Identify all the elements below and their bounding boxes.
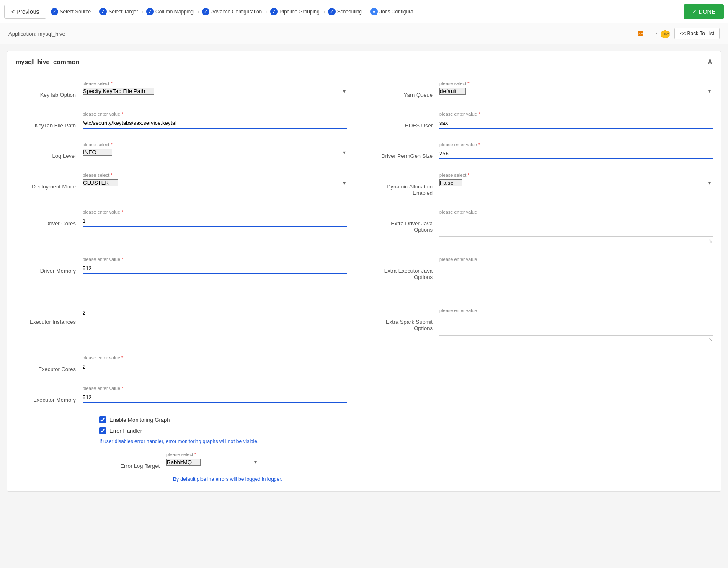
row-execinstances-extraspark: Executor Instances Extra Spark Submit Op… <box>15 308 713 349</box>
label-yarn-queue: Yarn Queue <box>372 81 439 98</box>
field-row-executor-instances: Executor Instances <box>15 308 347 325</box>
left-col-deployment: Deployment Mode please select * CLUSTER … <box>15 173 364 196</box>
content-extra-spark: please enter value ⤡ <box>439 308 713 342</box>
label-extra-spark: Extra Spark Submit Options <box>372 308 439 331</box>
input-executor-memory[interactable] <box>83 392 347 403</box>
checkbox-enable-monitoring[interactable] <box>99 416 106 423</box>
row-execmemory: Executor Memory please enter value * <box>15 386 713 410</box>
input-driver-permgen[interactable] <box>439 149 713 159</box>
wizard-step-pipeline-grouping[interactable]: ✓ Pipeline Grouping <box>270 8 319 15</box>
content-extra-executor-java: please enter value <box>439 257 713 286</box>
input-driver-memory[interactable] <box>83 263 347 274</box>
label-error-log-target: Error Log Target <box>99 452 166 469</box>
step-icon-jobs-config: ● <box>370 8 378 15</box>
content-driver-cores: please enter value * <box>83 209 347 227</box>
select-wrap-keytab-option: Specify KeyTab File Path None ▾ <box>83 88 347 95</box>
app-bar: Application: mysql_hive SQL → HIVE << Ba… <box>0 23 728 44</box>
step-icon-column-mapping: ✓ <box>146 8 154 15</box>
field-row-deployment-mode: Deployment Mode please select * CLUSTER … <box>15 173 347 190</box>
wizard-step-select-target[interactable]: ✓ Select Target <box>99 8 138 15</box>
wizard-step-advance-config[interactable]: ✓ Advance Configuration <box>202 8 262 15</box>
row-keytabpath-hdfs: KeyTab File Path please enter value * HD… <box>15 111 713 135</box>
left-col-execmemory: Executor Memory please enter value * <box>15 386 364 410</box>
textarea-extra-executor-java[interactable] <box>439 263 713 284</box>
left-col-execcores: Executor Cores please enter value * <box>15 355 364 379</box>
input-wrap-driver-cores <box>83 216 347 227</box>
textarea-wrap-extra-spark <box>439 315 713 337</box>
select-wrap-error-log-target: RabbitMQ Logger ▾ <box>166 459 258 466</box>
select-yarn-queue[interactable]: default root <box>439 88 466 95</box>
field-row-log-level: Log Level please select * INFO DEBUG WAR… <box>15 142 347 159</box>
arrow-4: → <box>263 9 268 15</box>
field-row-keytab-path: KeyTab File Path please enter value * <box>15 111 347 129</box>
svg-text:HIVE: HIVE <box>663 33 670 36</box>
hint-log-level: please select * <box>83 142 347 147</box>
input-wrap-executor-cores <box>83 362 347 372</box>
arrow-6: → <box>364 9 369 15</box>
collapse-icon[interactable]: ∧ <box>707 57 713 66</box>
input-hdfs-user[interactable] <box>439 118 713 129</box>
label-executor-memory: Executor Memory <box>15 386 83 403</box>
hint-driver-permgen: please enter value * <box>439 142 713 147</box>
label-driver-permgen: Driver PermGen Size <box>372 142 439 159</box>
row-drivercores-extradriverjava: Driver Cores please enter value * Extra … <box>15 209 713 250</box>
textarea-extra-driver-java[interactable] <box>439 216 713 237</box>
field-row-keytab-option: KeyTab Option please select * Specify Ke… <box>15 81 347 98</box>
label-extra-executor-java: Extra Executor Java Options <box>372 257 439 280</box>
input-wrap-hdfs-user <box>439 118 713 129</box>
row-execcores: Executor Cores please enter value * <box>15 355 713 379</box>
select-wrap-log-level: INFO DEBUG WARN ERROR ▾ <box>83 149 347 156</box>
content-executor-cores: please enter value * <box>83 355 347 372</box>
content-executor-memory: please enter value * <box>83 386 347 403</box>
main-content: mysql_hive_common ∧ KeyTab Option please… <box>0 44 728 505</box>
step-icon-select-source: ✓ <box>51 8 58 15</box>
left-col-keytabpath: KeyTab File Path please enter value * <box>15 111 364 135</box>
app-icons: SQL → HIVE <box>638 29 670 38</box>
checkbox-error-handler[interactable] <box>99 427 106 434</box>
error-log-target-info: By default pipeline errors will be logge… <box>99 476 713 483</box>
checkbox-row-error-handler: Error Handler <box>99 427 713 434</box>
input-executor-cores[interactable] <box>83 362 347 372</box>
section-title: mysql_hive_common <box>15 58 80 65</box>
wizard-step-select-source[interactable]: ✓ Select Source <box>51 8 91 15</box>
chevron-down-icon-loglevel: ▾ <box>343 150 346 155</box>
hint-keytab-path: please enter value * <box>83 111 347 116</box>
select-deployment-mode[interactable]: CLUSTER CLIENT <box>83 179 118 186</box>
label-dynamic-allocation: Dynamic Allocation Enabled <box>372 173 439 196</box>
label-error-handler: Error Handler <box>109 428 142 434</box>
content-driver-memory: please enter value * <box>83 257 347 274</box>
select-keytab-option[interactable]: Specify KeyTab File Path None <box>83 88 154 95</box>
content-yarn-queue: please select * default root ▾ <box>439 81 713 95</box>
input-driver-cores[interactable] <box>83 216 347 227</box>
wizard-step-jobs-config[interactable]: ● Jobs Configura... <box>370 8 418 15</box>
label-executor-instances: Executor Instances <box>15 308 83 325</box>
step-icon-pipeline-grouping: ✓ <box>270 8 278 15</box>
select-error-log-target[interactable]: RabbitMQ Logger <box>166 459 201 466</box>
input-executor-instances[interactable] <box>83 308 347 318</box>
right-col-extraspark: Extra Spark Submit Options please enter … <box>364 308 713 349</box>
input-wrap-keytab-path <box>83 118 347 129</box>
step-label-select-source: Select Source <box>60 9 91 15</box>
chevron-down-icon-deployment: ▾ <box>343 180 346 186</box>
hint-executor-memory: please enter value * <box>83 386 347 391</box>
label-deployment-mode: Deployment Mode <box>15 173 83 190</box>
hint-deployment-mode: please select * <box>83 173 347 178</box>
step-label-pipeline-grouping: Pipeline Grouping <box>279 9 319 15</box>
left-col-drivermem: Driver Memory please enter value * <box>15 257 364 281</box>
chevron-down-icon-error-log: ▾ <box>254 459 257 465</box>
textarea-extra-spark[interactable] <box>439 315 713 336</box>
previous-button[interactable]: < Previous <box>4 5 46 19</box>
content-dynamic-allocation: please select * False True ▾ <box>439 173 713 186</box>
left-col-loglevel: Log Level please select * INFO DEBUG WAR… <box>15 142 364 166</box>
label-enable-monitoring: Enable Monitoring Graph <box>109 417 170 423</box>
arrow-1: → <box>93 9 98 15</box>
wizard-step-column-mapping[interactable]: ✓ Column Mapping <box>146 8 194 15</box>
done-button[interactable]: ✓ DONE <box>684 4 724 19</box>
select-dynamic-allocation[interactable]: False True <box>439 179 462 186</box>
wizard-step-scheduling[interactable]: ✓ Scheduling <box>328 8 362 15</box>
svg-text:SQL: SQL <box>638 32 645 36</box>
select-log-level[interactable]: INFO DEBUG WARN ERROR <box>83 149 112 156</box>
field-row-extra-spark: Extra Spark Submit Options please enter … <box>372 308 713 342</box>
input-keytab-path[interactable] <box>83 118 347 129</box>
back-to-list-button[interactable]: << Back To List <box>674 28 720 39</box>
